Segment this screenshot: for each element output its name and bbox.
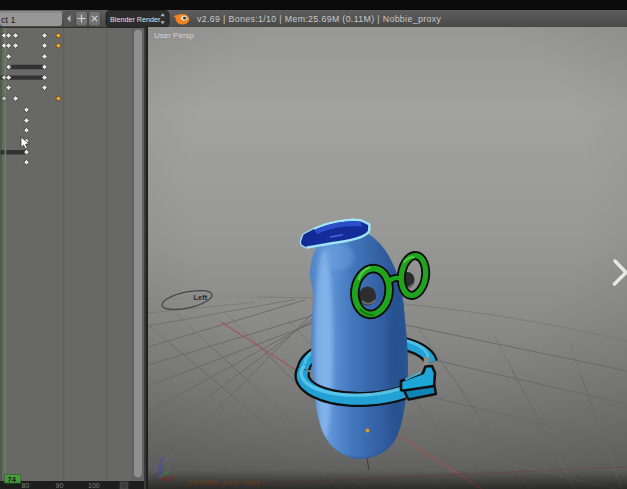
svg-text:Blender Render: Blender Render (110, 15, 161, 24)
svg-text:User Persp: User Persp (154, 31, 195, 40)
svg-text:90: 90 (56, 482, 64, 489)
svg-text:v2.69 | Bones:1/10 | Mem:25.69: v2.69 | Bones:1/10 | Mem:25.69M (0.11M) … (197, 14, 441, 24)
svg-text:80: 80 (22, 482, 30, 489)
svg-text:ct 1: ct 1 (1, 15, 16, 25)
svg-text:74: 74 (8, 475, 17, 484)
svg-text:100: 100 (88, 482, 100, 489)
svg-text:Left: Left (194, 293, 208, 302)
